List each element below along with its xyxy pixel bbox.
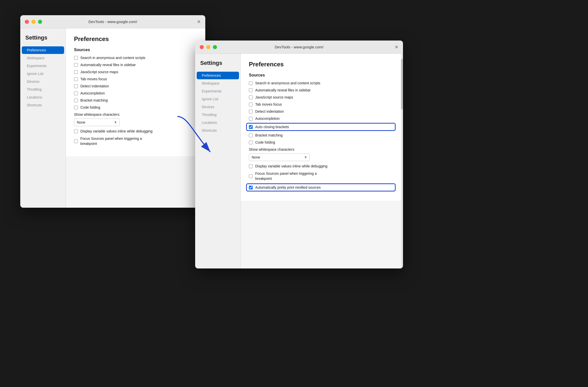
sidebar-item-locations-2[interactable]: Locations bbox=[197, 119, 239, 126]
preferences-title-1: Preferences bbox=[74, 35, 197, 43]
maximize-button-1[interactable] bbox=[38, 20, 42, 24]
whitespace-select-wrapper-1: None All Trailing ▼ bbox=[74, 119, 120, 126]
scrollbar-thumb-2[interactable] bbox=[401, 59, 403, 109]
window-title-1: DevTools - www.google.com/ bbox=[88, 20, 137, 24]
checkbox-tabmoves-2: Tab moves focus bbox=[249, 102, 395, 106]
sidebar-item-throttling-1[interactable]: Throttling bbox=[22, 86, 64, 93]
checkbox-detect-1: Detect indentation bbox=[74, 84, 197, 88]
checkbox-autocompletion-2: Autocompletion bbox=[249, 117, 395, 121]
checkbox-reveal-label-1: Automatically reveal files in sidebar bbox=[80, 63, 136, 67]
checkbox-reveal-label-2: Automatically reveal files in sidebar bbox=[255, 88, 311, 92]
close-button-1[interactable] bbox=[25, 20, 29, 24]
sidebar-item-experiments-1[interactable]: Experiments bbox=[22, 62, 64, 70]
scrollbar-track-2 bbox=[401, 54, 403, 268]
checkbox-displayvar-label-2: Display variable values inline while deb… bbox=[255, 164, 327, 168]
checkbox-autoclosing-input-2[interactable] bbox=[249, 125, 253, 129]
checkbox-detect-2: Detect indentation bbox=[249, 109, 395, 113]
sidebar-item-throttling-2[interactable]: Throttling bbox=[197, 111, 239, 119]
whitespace-select-1[interactable]: None All Trailing bbox=[74, 119, 120, 126]
sidebar-item-locations-1[interactable]: Locations bbox=[22, 93, 64, 101]
checkbox-sourcemaps-input-2[interactable] bbox=[249, 95, 253, 99]
checkbox-displayvar-2: Display variable values inline while deb… bbox=[249, 164, 395, 168]
checkbox-bracket-2: Bracket matching bbox=[249, 133, 395, 137]
checkbox-tabmoves-1: Tab moves focus bbox=[74, 77, 197, 81]
titlebar-2: DevTools - www.google.com/ ✕ bbox=[195, 41, 403, 54]
checkbox-reveal-input-1[interactable] bbox=[74, 63, 78, 67]
checkbox-codefolding-1: Code folding bbox=[74, 105, 197, 109]
checkbox-sourcemaps-label-2: JavaScript source maps bbox=[255, 95, 293, 99]
minimize-button-2[interactable] bbox=[206, 45, 210, 49]
settings-title-1: Settings bbox=[20, 34, 66, 46]
close-icon-2[interactable]: ✕ bbox=[395, 45, 398, 49]
sidebar-item-preferences-2[interactable]: Preferences bbox=[197, 72, 239, 79]
checkbox-tabmoves-input-1[interactable] bbox=[74, 77, 78, 81]
checkbox-focus-1: Focus Sources panel when triggering abre… bbox=[74, 136, 197, 146]
checkbox-focus-input-2[interactable] bbox=[249, 174, 253, 178]
minimize-button-1[interactable] bbox=[31, 20, 35, 24]
devtools-window-2: DevTools - www.google.com/ ✕ Settings Pr… bbox=[195, 41, 403, 268]
sidebar-item-shortcuts-2[interactable]: Shortcuts bbox=[197, 127, 239, 134]
checkbox-focus-label-2: Focus Sources panel when triggering abre… bbox=[255, 171, 317, 181]
checkbox-reveal-input-2[interactable] bbox=[249, 88, 253, 92]
content-wrapper-2: Preferences Sources Search in anonymous … bbox=[241, 54, 403, 268]
checkbox-detect-input-2[interactable] bbox=[249, 110, 253, 113]
checkbox-detect-input-1[interactable] bbox=[74, 84, 78, 88]
sidebar-item-preferences-1[interactable]: Preferences bbox=[22, 46, 64, 54]
checkbox-displayvar-1: Display variable values inline while deb… bbox=[74, 129, 197, 133]
checkbox-bracket-input-1[interactable] bbox=[74, 99, 78, 102]
checkbox-tabmoves-input-2[interactable] bbox=[249, 103, 253, 106]
checkbox-anonymous-input-2[interactable] bbox=[249, 81, 253, 85]
window-body-1: Settings Preferences Workspace Experimen… bbox=[20, 28, 205, 208]
sidebar-item-experiments-2[interactable]: Experiments bbox=[197, 87, 239, 95]
checkbox-codefolding-input-1[interactable] bbox=[74, 106, 78, 109]
section-sources-1: Sources bbox=[74, 48, 197, 52]
close-icon-1[interactable]: ✕ bbox=[197, 20, 201, 24]
checkbox-autocompletion-input-2[interactable] bbox=[249, 117, 253, 121]
checkbox-tabmoves-label-1: Tab moves focus bbox=[80, 77, 107, 81]
sidebar-1: Settings Preferences Workspace Experimen… bbox=[20, 28, 66, 208]
checkbox-focus-input-1[interactable] bbox=[74, 139, 78, 143]
checkbox-anonymous-1: Search in anonymous and content scripts bbox=[74, 56, 197, 60]
checkbox-autoclosing-label-2: Auto closing brackets bbox=[255, 125, 289, 129]
checkbox-codefolding-label-2: Code folding bbox=[255, 140, 275, 144]
checkbox-prettyprint-2: Automatically pretty print minified sour… bbox=[247, 184, 395, 191]
sidebar-item-devices-2[interactable]: Devices bbox=[197, 103, 239, 111]
checkbox-tabmoves-label-2: Tab moves focus bbox=[255, 102, 282, 106]
maximize-button-2[interactable] bbox=[213, 45, 217, 49]
checkbox-anonymous-label-1: Search in anonymous and content scripts bbox=[80, 56, 145, 60]
checkbox-codefolding-label-1: Code folding bbox=[80, 105, 100, 109]
checkbox-codefolding-input-2[interactable] bbox=[249, 141, 253, 144]
checkbox-bracket-label-1: Bracket matching bbox=[80, 98, 108, 102]
checkbox-displayvar-input-1[interactable] bbox=[74, 129, 78, 133]
checkbox-anonymous-2: Search in anonymous and content scripts bbox=[249, 81, 395, 85]
checkbox-prettyprint-input-2[interactable] bbox=[249, 186, 253, 189]
checkbox-detect-label-1: Detect indentation bbox=[80, 84, 109, 88]
checkbox-detect-label-2: Detect indentation bbox=[255, 109, 284, 113]
checkbox-prettyprint-label-2: Automatically pretty print minified sour… bbox=[255, 185, 321, 189]
whitespace-select-2[interactable]: None All Trailing bbox=[249, 153, 310, 161]
sidebar-item-ignorelist-1[interactable]: Ignore List bbox=[22, 70, 64, 78]
sidebar-item-shortcuts-1[interactable]: Shortcuts bbox=[22, 101, 64, 109]
section-sources-2: Sources bbox=[249, 73, 395, 78]
whitespace-label-1: Show whitespace characters: bbox=[74, 112, 197, 117]
checkbox-reveal-1: Automatically reveal files in sidebar bbox=[74, 63, 197, 67]
checkbox-anonymous-input-1[interactable] bbox=[74, 56, 78, 60]
close-button-2[interactable] bbox=[200, 45, 204, 49]
checkbox-anonymous-label-2: Search in anonymous and content scripts bbox=[255, 81, 320, 85]
checkbox-autocompletion-1: Autocompletion bbox=[74, 91, 197, 95]
checkbox-displayvar-input-2[interactable] bbox=[249, 164, 253, 168]
checkbox-sourcemaps-2: JavaScript source maps bbox=[249, 95, 395, 99]
checkbox-focus-2: Focus Sources panel when triggering abre… bbox=[249, 171, 395, 181]
sidebar-2: Settings Preferences Workspace Experimen… bbox=[195, 54, 241, 268]
devtools-window-1: DevTools - www.google.com/ ✕ Settings Pr… bbox=[20, 15, 205, 208]
checkbox-sourcemaps-1: JavaScript source maps bbox=[74, 70, 197, 74]
checkbox-bracket-label-2: Bracket matching bbox=[255, 133, 283, 137]
checkbox-bracket-input-2[interactable] bbox=[249, 133, 253, 137]
sidebar-item-workspace-1[interactable]: Workspace bbox=[22, 54, 64, 62]
checkbox-bracket-1: Bracket matching bbox=[74, 98, 197, 102]
sidebar-item-ignorelist-2[interactable]: Ignore List bbox=[197, 95, 239, 103]
checkbox-sourcemaps-input-1[interactable] bbox=[74, 70, 78, 74]
sidebar-item-devices-1[interactable]: Devices bbox=[22, 78, 64, 85]
sidebar-item-workspace-2[interactable]: Workspace bbox=[197, 80, 239, 87]
checkbox-autocompletion-input-1[interactable] bbox=[74, 91, 78, 95]
